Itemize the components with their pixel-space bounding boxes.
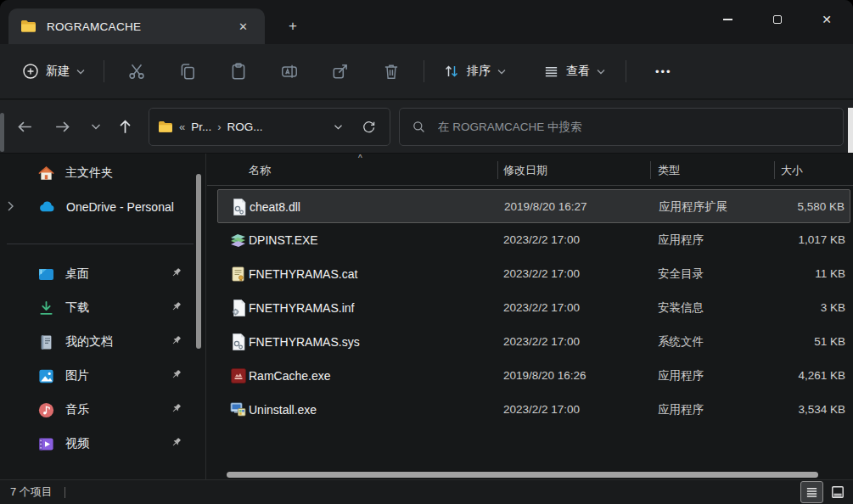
sidebar-item-label: 下载 [65,300,89,316]
sidebar-item-downloads[interactable]: 下载 [5,291,195,325]
forward-button[interactable] [49,114,75,139]
refresh-icon[interactable] [362,120,376,134]
close-icon: ✕ [822,14,832,25]
new-tab-button[interactable]: + [282,15,304,37]
column-resize-handle[interactable] [774,161,775,179]
breadcrumb-ellipsis[interactable]: « [179,120,185,133]
minimize-button[interactable] [708,3,747,36]
file-size: 1,017 KB [798,223,845,257]
pictures-icon [37,367,55,385]
tab-rogramcache[interactable]: ROGRAMCACHE ✕ [8,8,265,44]
sidebar-scrollbar[interactable] [196,174,201,349]
sidebar-item-documents[interactable]: 我的文档 [5,325,195,359]
search-icon [412,120,426,134]
horizontal-scrollbar[interactable] [227,472,818,478]
command-toolbar: 新建 [0,44,853,99]
file-name: cheat8.dll [250,190,300,224]
maximize-button[interactable] [758,3,797,36]
setup-information-file-icon [229,299,248,317]
share-button[interactable] [315,62,366,81]
table-row[interactable]: FNETHYRAMAS.inf 2023/2/2 17:00 安装信息 3 KB [217,291,850,325]
new-button[interactable]: 新建 [15,58,92,85]
view-button[interactable]: 查看 [536,59,612,85]
folder-icon [20,20,36,33]
file-date: 2019/8/20 16:26 [503,359,586,393]
scissors-icon [127,62,146,81]
sidebar-item-label: 我的文档 [65,334,113,350]
sidebar-item-label: 音乐 [65,402,89,417]
toolbar-separator [424,60,424,82]
sidebar-item-label: 图片 [65,368,89,384]
document-icon [37,333,55,351]
sidebar: 主文件夹 OneDrive - Personal 桌面 [0,154,206,479]
file-size: 3 KB [821,291,845,325]
pin-icon [169,266,183,280]
file-date: 2023/2/2 17:00 [503,257,580,291]
table-row[interactable]: DPINST.EXE 2023/2/2 17:00 应用程序 1,017 KB [217,223,850,257]
breadcrumb-item-current[interactable]: ROG... [227,120,263,133]
file-type: 应用程序扩展 [659,190,727,224]
sidebar-item-onedrive[interactable]: OneDrive - Personal [5,190,195,224]
file-date: 2019/8/20 16:27 [504,190,587,224]
search-box[interactable] [399,108,844,146]
file-name: FNETHYRAMAS.sys [249,325,360,359]
file-type: 安全目录 [658,257,704,291]
search-input[interactable] [436,120,831,134]
breadcrumb-item-parent[interactable]: Pr... [191,120,211,133]
up-button[interactable] [112,114,137,139]
table-row[interactable]: cheat8.dll 2019/8/20 16:27 应用程序扩展 5,580 … [217,189,850,223]
paste-icon [229,62,248,81]
address-dropdown-chevron[interactable] [334,124,343,131]
file-name: FNETHYRAMAS.inf [249,291,354,325]
sidebar-item-videos[interactable]: 视频 [5,427,195,461]
uninstall-app-icon [229,400,248,419]
table-row[interactable]: FNETHYRAMAS.cat 2023/2/2 17:00 安全目录 11 K… [217,257,850,291]
security-catalog-file-icon [229,265,248,283]
file-size: 4,261 KB [798,359,845,393]
left-edge-artifact [0,113,4,152]
table-row[interactable]: FNETHYRAMAS.sys 2023/2/2 17:00 系统文件 51 K… [217,325,850,359]
sidebar-item-label: 主文件夹 [65,165,113,181]
column-header-size[interactable]: 大小 [781,163,803,178]
table-row[interactable]: RamCache.exe 2019/8/20 16:26 应用程序 4,261 … [217,359,850,393]
file-size: 5,580 KB [797,190,845,224]
copy-button[interactable] [162,62,213,81]
file-name: DPINST.EXE [249,223,318,257]
table-row[interactable]: Uninstall.exe 2023/2/2 17:00 应用程序 3,534 … [217,393,850,427]
file-date: 2023/2/2 17:00 [503,223,580,257]
recent-locations-button[interactable] [83,114,109,139]
column-header-type[interactable]: 类型 [658,163,680,178]
column-resize-handle[interactable] [497,161,498,179]
sidebar-item-home[interactable]: 主文件夹 [5,156,195,190]
sidebar-item-desktop[interactable]: 桌面 [5,257,195,291]
arrow-left-icon [16,118,34,136]
back-button[interactable] [12,114,37,139]
cut-button[interactable] [111,62,162,81]
thumbnail-view-button[interactable] [826,481,849,503]
column-resize-handle[interactable] [650,161,651,179]
sort-button[interactable]: 排序 [436,58,513,85]
address-bar[interactable]: « Pr... › ROG... [149,108,390,146]
sidebar-divider [7,244,194,244]
main-area: 主文件夹 OneDrive - Personal 桌面 [0,154,853,479]
file-explorer-window: ROGRAMCACHE ✕ + ✕ 新建 [0,0,853,504]
maximize-icon [773,15,782,24]
sidebar-item-pictures[interactable]: 图片 [5,359,195,393]
rename-button[interactable] [264,62,315,81]
details-view-icon [805,486,818,499]
column-header-name[interactable]: 名称 [249,163,271,178]
details-view-button[interactable] [800,481,823,503]
copy-icon [178,62,197,81]
chevron-down-icon [91,123,101,131]
delete-button[interactable] [366,62,417,81]
column-header-date[interactable]: 修改日期 [503,163,547,178]
paste-button[interactable] [213,62,264,81]
new-button-label: 新建 [46,64,70,79]
more-options-button[interactable]: ••• [645,60,682,83]
tab-close-button[interactable]: ✕ [233,8,253,44]
sidebar-item-music[interactable]: 音乐 [5,393,195,427]
column-headers: 名称 ^ 修改日期 类型 大小 [207,154,853,186]
file-type: 系统文件 [658,325,704,359]
close-button[interactable]: ✕ [807,3,846,36]
videos-icon [37,435,55,453]
